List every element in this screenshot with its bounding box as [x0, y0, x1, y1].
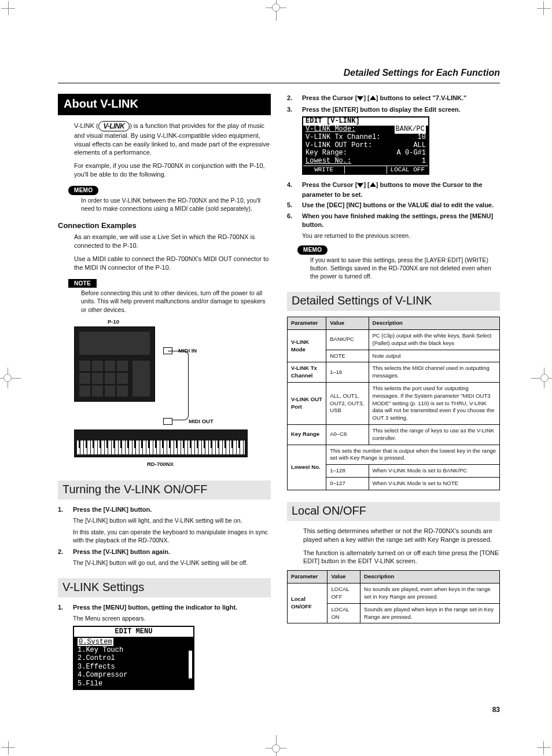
- memo-text: If you want to save this settings, press…: [310, 256, 498, 281]
- step: 1. Press the [V-LINK] button.: [58, 505, 271, 514]
- lcd-title: EDIT [V-LINK]: [303, 118, 428, 126]
- step: 3. Press the [ENTER] button to display t…: [287, 105, 500, 114]
- cursor-up-icon: [370, 95, 376, 104]
- crop-mark: [531, 735, 551, 755]
- crop-mark: [1, 1, 21, 21]
- h-turning-vlink: Turning the V-LINK ON/OFF: [58, 480, 271, 500]
- diagram-label-midi-out: MIDI OUT: [189, 418, 214, 425]
- h-vlink-settings: V-LINK Settings: [58, 578, 271, 597]
- step-sub: The [V-LINK] button will light, and the …: [73, 516, 271, 524]
- intro-paragraph-2: For example, if you use the RD-700NX in …: [74, 162, 271, 179]
- step-sub: You are returned to the previous screen.: [302, 232, 500, 240]
- local-p1: This setting determines whether or not t…: [303, 527, 500, 544]
- lcd-edit-vlink: EDIT [V-LINK] V-LINK Mode:BANK/PC V-LINK…: [302, 116, 429, 174]
- step-sub: The [V-LINK] button will go out, and the…: [73, 559, 271, 567]
- lcd-title: EDIT MENU: [74, 627, 193, 636]
- memo-badge: MEMO: [297, 245, 327, 255]
- crop-mark: [531, 1, 551, 21]
- crop-mark: [3, 374, 12, 382]
- lcd-edit-menu: EDIT MENU 0.System 1.Key Touch 2.Control…: [73, 626, 194, 690]
- local-p2: The function is alternately turned on or…: [303, 549, 500, 566]
- intro-paragraph-1: V-LINK (V-LINK) is a function that provi…: [74, 121, 271, 157]
- crop-mark: [272, 3, 280, 12]
- diagram-label-rd700nx: RD-700NX: [147, 461, 174, 468]
- page-number: 83: [58, 705, 500, 714]
- crop-mark: [1, 735, 21, 755]
- h-connection-examples: Connection Examples: [58, 221, 271, 231]
- cursor-down-icon: [357, 95, 363, 104]
- vlink-logo: V-LINK: [98, 121, 130, 131]
- h-local-onoff: Local ON/OFF: [287, 502, 500, 521]
- lcd-scrollbar: [189, 638, 192, 678]
- svg-marker-3: [370, 182, 376, 187]
- diagram-device-p10: [74, 326, 155, 402]
- note-text: Before connecting this unit to other dev…: [81, 289, 268, 314]
- svg-marker-1: [370, 96, 376, 100]
- diagram-label-p10: P-10: [108, 318, 119, 326]
- table-local-onoff: Parameter Value Description Local ON/OFF…: [287, 570, 500, 623]
- note-badge: NOTE: [68, 279, 97, 288]
- crop-mark: [272, 744, 280, 753]
- step: 5. Use the [DEC] [INC] buttons or the VA…: [287, 201, 500, 210]
- table-vlink-params: Parameter Value Description V-LINK Mode …: [287, 317, 500, 490]
- step-sub: The Menu screen appears.: [73, 614, 271, 622]
- h-detailed-settings: Detailed Settings of V-LINK: [287, 292, 500, 311]
- step: 4. Press the Cursor [] [] buttons to mov…: [287, 181, 500, 199]
- diagram-cable: [168, 351, 189, 420]
- cursor-down-icon: [357, 182, 363, 190]
- diagram-device-keyboard: [74, 430, 248, 457]
- h-about-vlink: About V-LINK: [58, 94, 271, 115]
- conn-p1: As an example, we will use a Live Set in…: [74, 233, 271, 250]
- connection-diagram: P-10 MIDI IN MIDI OUT RD-700NX: [74, 318, 271, 469]
- memo-badge: MEMO: [68, 186, 98, 195]
- step: 1. Press the [MENU] button, getting the …: [58, 603, 271, 612]
- memo-text: In order to use V-LINK between the RD-70…: [81, 196, 268, 212]
- crop-mark: [540, 374, 549, 382]
- svg-marker-0: [357, 96, 363, 101]
- svg-marker-2: [357, 183, 363, 188]
- step: 2. Press the Cursor [] [] buttons to sel…: [287, 94, 500, 104]
- step-sub: In this state, you can operate the keybo…: [73, 528, 271, 544]
- diagram-port-midi-out: [163, 418, 172, 425]
- conn-p2: Use a MIDI cable to connect the RD-700NX…: [74, 255, 271, 272]
- page-header: Detailed Settings for Each Function: [58, 67, 500, 83]
- step: 2. Press the [V-LINK] button again.: [58, 548, 271, 556]
- cursor-up-icon: [370, 182, 376, 190]
- step: 6. When you have finished making the set…: [287, 212, 500, 229]
